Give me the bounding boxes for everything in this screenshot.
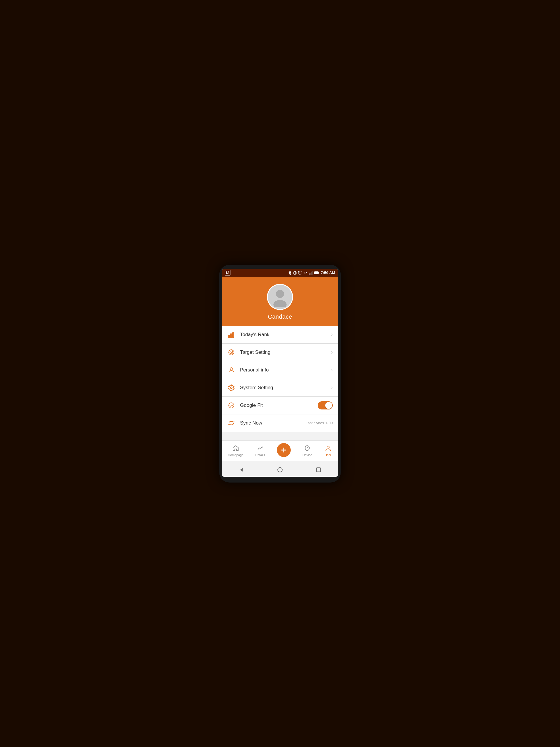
menu-item-target-setting[interactable]: Target Setting › xyxy=(222,344,338,361)
chevron-icon: › xyxy=(331,385,333,391)
menu-item-google-fit[interactable]: g+ Google Fit xyxy=(222,397,338,414)
menu-list: Today's Rank › Target Setting xyxy=(222,326,338,432)
sync-icon xyxy=(227,419,235,427)
svg-rect-21 xyxy=(231,334,232,338)
alarm-icon xyxy=(298,271,302,275)
nav-user-label: User xyxy=(325,453,331,457)
chevron-icon: › xyxy=(331,367,333,373)
svg-rect-36 xyxy=(317,468,321,472)
svg-text:g+: g+ xyxy=(230,404,233,407)
home-circle-icon xyxy=(277,467,283,473)
home-icon xyxy=(232,444,240,453)
mail-icon: M xyxy=(225,270,231,276)
nav-homepage[interactable]: Homepage xyxy=(228,444,243,457)
google-icon: g+ xyxy=(227,401,235,409)
user-icon xyxy=(324,444,332,453)
nav-device-label: Device xyxy=(302,453,312,457)
person-icon xyxy=(227,366,235,374)
svg-point-25 xyxy=(231,352,232,353)
profile-header: Candace xyxy=(222,277,338,326)
menu-item-personal-info[interactable]: Personal info › xyxy=(222,361,338,379)
chevron-icon: › xyxy=(331,349,333,355)
person-silhouette xyxy=(270,287,290,307)
svg-point-28 xyxy=(231,387,232,389)
profile-name: Candace xyxy=(268,313,292,320)
signal-icon xyxy=(309,271,313,275)
recents-icon xyxy=(316,467,321,472)
svg-rect-11 xyxy=(309,274,310,275)
sync-now-right: Last Sync:01-09 xyxy=(305,421,333,425)
menu-item-sync-now[interactable]: Sync Now Last Sync:01-09 xyxy=(222,414,338,432)
gear-icon xyxy=(227,384,235,392)
system-setting-label: System Setting xyxy=(240,385,331,391)
nav-details[interactable]: Details xyxy=(256,444,265,457)
back-icon xyxy=(239,467,244,473)
todays-rank-label: Today's Rank xyxy=(240,332,331,338)
status-left: M xyxy=(225,270,231,276)
avatar-silhouette xyxy=(268,285,292,309)
svg-line-10 xyxy=(301,271,301,272)
nav-homepage-label: Homepage xyxy=(228,453,243,457)
svg-point-18 xyxy=(276,290,284,298)
device-icon xyxy=(303,444,311,453)
plus-icon xyxy=(280,446,288,454)
chart-icon xyxy=(227,331,235,339)
google-fit-label: Google Fit xyxy=(240,403,318,408)
google-fit-toggle[interactable] xyxy=(318,401,333,409)
svg-rect-13 xyxy=(311,272,312,275)
bluetooth-icon xyxy=(288,271,292,275)
system-setting-right: › xyxy=(331,385,333,391)
svg-rect-22 xyxy=(233,333,234,338)
target-setting-label: Target Setting xyxy=(240,350,331,355)
content-spacer xyxy=(222,432,338,440)
svg-rect-20 xyxy=(229,335,230,338)
avatar[interactable] xyxy=(267,284,293,310)
status-bar: M xyxy=(222,269,338,277)
svg-point-27 xyxy=(230,368,233,370)
personal-info-right: › xyxy=(331,367,333,373)
nav-device[interactable]: Device xyxy=(302,444,312,457)
nav-add[interactable] xyxy=(277,443,291,458)
chevron-icon: › xyxy=(331,331,333,338)
add-button[interactable] xyxy=(277,443,291,457)
phone-frame: M xyxy=(219,265,341,483)
battery-icon xyxy=(314,271,319,275)
menu-item-todays-rank[interactable]: Today's Rank › xyxy=(222,326,338,344)
nav-user[interactable]: User xyxy=(324,444,332,457)
status-right: 7:59 AM xyxy=(288,271,335,275)
back-button[interactable] xyxy=(236,465,247,475)
recents-button[interactable] xyxy=(313,465,324,475)
todays-rank-right: › xyxy=(331,331,333,338)
svg-rect-17 xyxy=(315,272,318,274)
svg-marker-34 xyxy=(240,468,243,471)
google-fit-right xyxy=(318,401,333,409)
svg-rect-3 xyxy=(294,272,296,274)
android-nav xyxy=(222,461,338,477)
svg-rect-14 xyxy=(312,271,313,275)
vibrate-icon xyxy=(293,271,296,275)
bottom-nav: Homepage Details xyxy=(222,440,338,461)
nav-details-label: Details xyxy=(256,453,265,457)
details-icon xyxy=(256,444,264,453)
menu-item-system-setting[interactable]: System Setting › xyxy=(222,379,338,397)
svg-rect-12 xyxy=(310,273,311,275)
personal-info-label: Personal info xyxy=(240,367,331,373)
phone-screen: M xyxy=(222,269,338,477)
home-button[interactable] xyxy=(275,465,285,475)
svg-point-35 xyxy=(278,467,282,472)
toggle-knob xyxy=(325,402,332,409)
status-time: 7:59 AM xyxy=(321,271,335,275)
wifi-icon xyxy=(303,271,307,275)
target-icon xyxy=(227,348,235,356)
last-sync-text: Last Sync:01-09 xyxy=(305,421,333,425)
sync-now-label: Sync Now xyxy=(240,420,305,426)
svg-line-9 xyxy=(298,271,299,272)
target-setting-right: › xyxy=(331,349,333,355)
svg-point-33 xyxy=(327,446,329,448)
svg-point-19 xyxy=(273,300,287,307)
